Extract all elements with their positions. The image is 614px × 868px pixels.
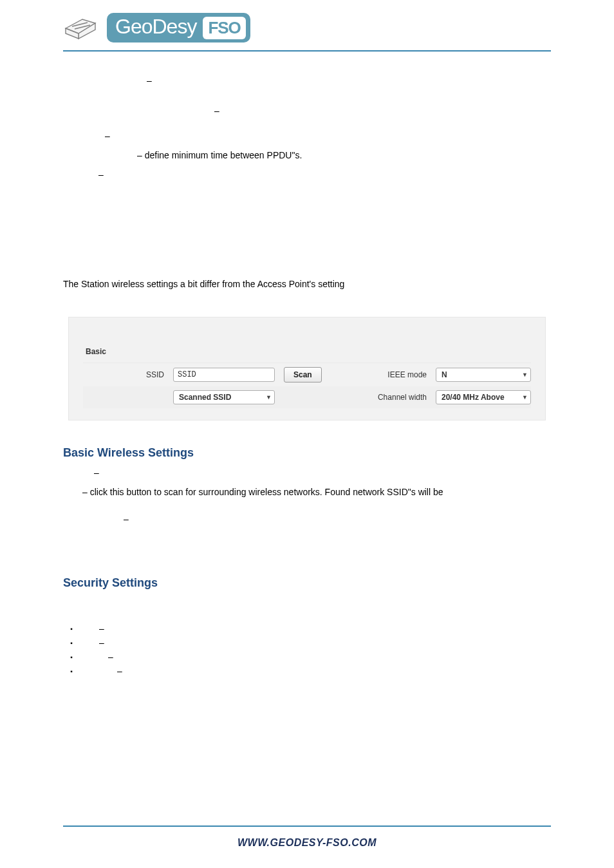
footer-divider [63, 826, 551, 827]
panel-row-ssid: SSID Scan IEEE mode N ▼ [83, 363, 531, 386]
ieee-mode-value: N [442, 370, 447, 379]
scanned-ssid-select[interactable]: Scanned SSID ▼ [173, 390, 275, 404]
scan-description: – click this button to scan for surround… [82, 486, 551, 498]
dash-3: – [105, 131, 110, 141]
basic-wireless-settings-heading: Basic Wireless Settings [63, 446, 551, 460]
panel-row-scanned: Scanned SSID ▼ Channel width 20/40 MHz A… [83, 386, 531, 408]
channel-width-label: Channel width [378, 393, 427, 402]
panel-section-label: Basic [86, 347, 531, 356]
brand-tag: FSO [203, 17, 245, 39]
min-ppdu-text: – define minimum time between PPDU"s. [137, 149, 551, 162]
brand-text: GeoDesy [109, 15, 203, 41]
security-option-wpa2-personal: – [63, 652, 551, 662]
security-options-list: – – – – [63, 623, 551, 676]
ssid-label: SSID [83, 370, 173, 379]
chevron-down-icon: ▼ [522, 394, 528, 401]
chevron-down-icon: ▼ [266, 394, 272, 401]
chevron-down-icon: ▼ [522, 372, 528, 378]
dash-4: – [98, 169, 104, 180]
security-option-wpa2-enterprise: – [63, 666, 551, 676]
ieee-mode-label: IEEE mode [387, 370, 427, 379]
device-icon [63, 14, 100, 41]
dash-1: – [147, 75, 152, 86]
security-option-wpa: – [63, 637, 551, 648]
security-option-wep: – [63, 623, 551, 634]
page-header: GeoDesy FSO [63, 0, 551, 50]
settings-panel-screenshot: Basic SSID Scan IEEE mode N ▼ [68, 317, 546, 420]
security-settings-heading: Security Settings [63, 576, 551, 590]
dash-6: – [124, 514, 129, 524]
channel-width-value: 20/40 MHz Above [442, 393, 505, 402]
dash-5: – [94, 467, 99, 478]
scanned-ssid-value: Scanned SSID [179, 393, 231, 402]
ieee-mode-select[interactable]: N ▼ [436, 368, 531, 382]
channel-width-select[interactable]: 20/40 MHz Above ▼ [436, 390, 531, 404]
intro-text: The Station wireless settings a bit diff… [63, 278, 551, 290]
ssid-input[interactable] [173, 368, 275, 382]
footer-url: WWW.GEODESY-FSO.COM [0, 837, 614, 849]
scan-button[interactable]: Scan [284, 367, 322, 382]
dash-2: – [214, 106, 219, 116]
brand-badge: GeoDesy FSO [107, 13, 250, 42]
